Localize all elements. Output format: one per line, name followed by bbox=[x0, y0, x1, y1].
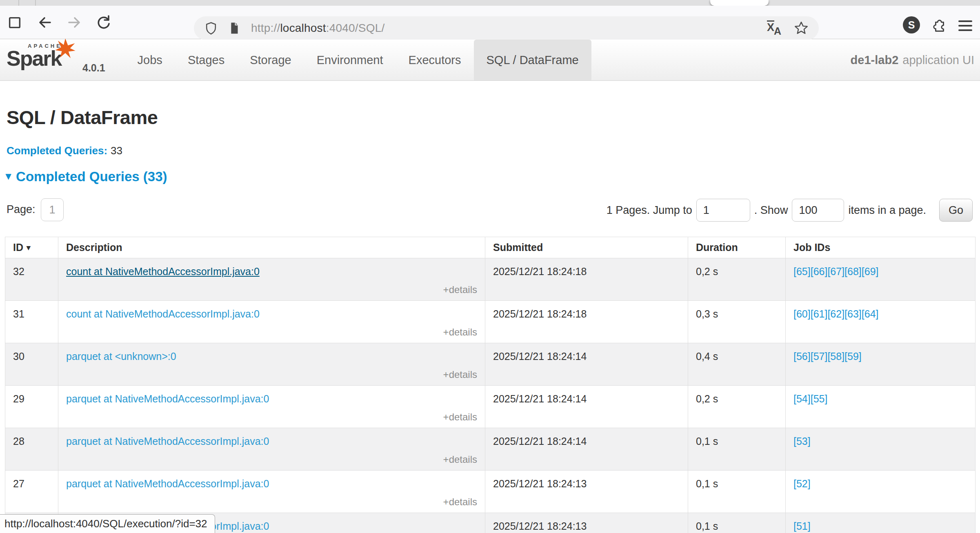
details-toggle[interactable]: +details bbox=[443, 496, 477, 507]
nav-tab-label: Executors bbox=[409, 53, 461, 67]
tab-executors[interactable]: Executors bbox=[396, 40, 474, 80]
job-id-link[interactable]: [64] bbox=[862, 308, 879, 320]
go-button[interactable]: Go bbox=[939, 199, 973, 222]
header-submitted[interactable]: Submitted bbox=[485, 237, 688, 258]
url-text[interactable]: http://localhost:4040/SQL/ bbox=[251, 22, 384, 35]
browser-toolbar: http://localhost:4040/SQL/ XA S bbox=[0, 6, 980, 39]
job-id-link[interactable]: [68] bbox=[844, 266, 862, 277]
job-id-link[interactable]: [51] bbox=[793, 520, 811, 532]
details-toggle[interactable]: +details bbox=[443, 284, 477, 295]
cell-job-ids: [51] bbox=[786, 513, 976, 533]
bookmark-star-icon[interactable] bbox=[793, 20, 809, 36]
job-id-link[interactable]: [57] bbox=[811, 351, 828, 362]
tab-stages[interactable]: Stages bbox=[175, 40, 237, 80]
details-toggle[interactable]: +details bbox=[443, 454, 477, 465]
job-id-link[interactable]: [55] bbox=[811, 393, 828, 404]
details-toggle[interactable]: +details bbox=[443, 326, 477, 338]
link-status-tooltip: http://localhost:4040/SQL/execution/?id=… bbox=[0, 514, 215, 533]
cell-job-ids: [52] bbox=[786, 471, 976, 513]
menu-hamburger-icon[interactable] bbox=[958, 20, 972, 31]
job-id-link[interactable]: [52] bbox=[793, 478, 811, 489]
spark-version: 4.0.1 bbox=[82, 62, 105, 74]
section-title[interactable]: Completed Queries (33) bbox=[16, 169, 167, 184]
header-description[interactable]: Description bbox=[58, 237, 485, 258]
back-icon[interactable] bbox=[33, 11, 56, 34]
forward-icon[interactable] bbox=[63, 11, 86, 34]
tab-jobs[interactable]: Jobs bbox=[125, 40, 175, 80]
cell-submitted: 2025/12/21 18:24:14 bbox=[485, 343, 688, 386]
job-id-link[interactable]: [56] bbox=[793, 351, 811, 362]
job-id-link[interactable]: [65] bbox=[793, 266, 811, 277]
nav-tabs: JobsStagesStorageEnvironmentExecutorsSQL… bbox=[125, 40, 591, 80]
job-id-link[interactable]: [54] bbox=[793, 393, 811, 404]
tab-storage[interactable]: Storage bbox=[237, 40, 304, 80]
pages-count-text: 1 Pages. Jump to bbox=[607, 204, 692, 217]
query-description-link[interactable]: parquet at <unknown>:0 bbox=[66, 351, 176, 362]
job-id-link[interactable]: [67] bbox=[827, 266, 844, 277]
cell-id: 28 bbox=[5, 428, 58, 471]
collapse-arrow-icon[interactable]: ▾ bbox=[6, 170, 11, 182]
job-id-link[interactable]: [62] bbox=[827, 308, 844, 320]
show-text: . Show bbox=[754, 204, 788, 217]
profile-badge[interactable]: S bbox=[903, 16, 920, 33]
translate-icon[interactable]: XA bbox=[767, 20, 781, 36]
job-id-link[interactable]: [61] bbox=[811, 308, 828, 320]
job-id-link[interactable]: [63] bbox=[844, 308, 862, 320]
cell-submitted: 2025/12/21 18:24:14 bbox=[485, 428, 688, 471]
details-toggle[interactable]: +details bbox=[443, 369, 477, 380]
header-id[interactable]: ID▾ bbox=[5, 237, 58, 258]
application-name: de1-lab2 bbox=[851, 53, 899, 67]
cell-job-ids: [53] bbox=[786, 428, 976, 471]
url-bar[interactable]: http://localhost:4040/SQL/ XA bbox=[194, 16, 819, 40]
url-host: localhost bbox=[280, 22, 326, 34]
nav-tab-label: Environment bbox=[317, 53, 383, 67]
reload-icon[interactable] bbox=[92, 11, 115, 34]
details-toggle[interactable]: +details bbox=[443, 411, 477, 422]
cell-submitted: 2025/12/21 18:24:14 bbox=[485, 386, 688, 428]
cell-job-ids: [65][66][67][68][69] bbox=[786, 258, 976, 301]
header-duration[interactable]: Duration bbox=[688, 237, 786, 258]
cell-id: 27 bbox=[5, 471, 58, 513]
cell-submitted: 2025/12/21 18:24:18 bbox=[485, 258, 688, 301]
cell-duration: 0,4 s bbox=[688, 343, 786, 386]
tab-separator bbox=[18, 0, 19, 6]
active-browser-tab[interactable] bbox=[710, 0, 769, 6]
tab-separator bbox=[35, 0, 36, 6]
table-row: 28 parquet at NativeMethodAccessorImpl.j… bbox=[5, 428, 976, 471]
query-description-link[interactable]: parquet at NativeMethodAccessorImpl.java… bbox=[66, 435, 269, 447]
items-per-page-input[interactable] bbox=[792, 199, 844, 222]
completed-queries-section-header[interactable]: ▾Completed Queries (33) bbox=[6, 169, 167, 184]
cell-description: count at NativeMethodAccessorImpl.java:0… bbox=[58, 301, 485, 343]
page-info-icon[interactable] bbox=[227, 20, 241, 36]
tab-sql-dataframe[interactable]: SQL / DataFrame bbox=[474, 40, 591, 80]
tab-environment[interactable]: Environment bbox=[304, 40, 396, 80]
column-label: Job IDs bbox=[793, 242, 830, 253]
shield-icon[interactable] bbox=[204, 20, 218, 36]
completed-queries-summary: Completed Queries:33 bbox=[7, 144, 122, 157]
job-id-link[interactable]: [58] bbox=[827, 351, 844, 362]
job-id-link[interactable]: [69] bbox=[862, 266, 879, 277]
job-id-link[interactable]: [59] bbox=[844, 351, 862, 362]
completed-queries-label[interactable]: Completed Queries: bbox=[7, 144, 107, 157]
items-in-page-text: items in a page. bbox=[848, 204, 926, 217]
job-id-link[interactable]: [53] bbox=[793, 435, 811, 447]
url-path: :4040/SQL/ bbox=[326, 22, 385, 34]
query-description-link[interactable]: count at NativeMethodAccessorImpl.java:0 bbox=[66, 308, 260, 320]
extensions-puzzle-icon[interactable] bbox=[930, 16, 949, 33]
table-row: 31 count at NativeMethodAccessorImpl.jav… bbox=[5, 301, 976, 343]
current-page-button[interactable]: 1 bbox=[41, 198, 64, 221]
page-label: Page: bbox=[7, 203, 36, 216]
spark-logo-star-icon bbox=[55, 38, 76, 59]
spark-logo[interactable]: APACHE Spark bbox=[7, 40, 77, 80]
job-id-link[interactable]: [60] bbox=[793, 308, 811, 320]
jump-to-page-input[interactable] bbox=[696, 199, 750, 222]
cell-id: 32 bbox=[5, 258, 58, 301]
sidebar-toggle-icon[interactable] bbox=[3, 11, 26, 34]
query-description-link[interactable]: count at NativeMethodAccessorImpl.java:0 bbox=[66, 266, 260, 277]
cell-job-ids: [56][57][58][59] bbox=[786, 343, 976, 386]
query-description-link[interactable]: parquet at NativeMethodAccessorImpl.java… bbox=[66, 393, 269, 404]
query-description-link[interactable]: parquet at NativeMethodAccessorImpl.java… bbox=[66, 478, 269, 489]
job-id-link[interactable]: [66] bbox=[811, 266, 828, 277]
header-job-ids[interactable]: Job IDs bbox=[786, 237, 976, 258]
cell-duration: 0,2 s bbox=[688, 386, 786, 428]
